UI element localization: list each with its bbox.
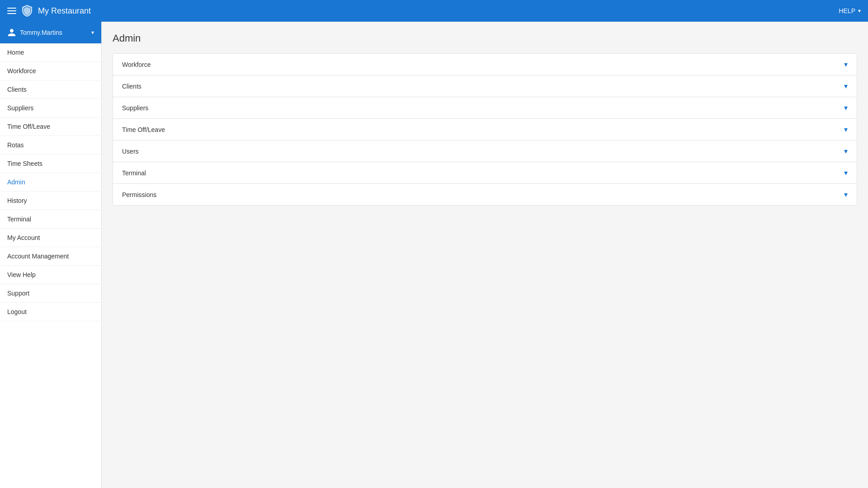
sidebar-user-left: Tommy.Martins	[7, 28, 62, 37]
sidebar-item-workforce[interactable]: Workforce	[0, 62, 101, 80]
accordion-label-time-off-leave: Time Off/Leave	[122, 126, 165, 133]
sidebar-item-history[interactable]: History	[0, 192, 101, 210]
accordion-chevron-workforce-icon: ▾	[844, 60, 848, 69]
layout: Tommy.Martins ▾ HomeWorkforceClientsSupp…	[0, 22, 868, 488]
help-button[interactable]: HELP ▾	[839, 7, 861, 14]
hamburger-menu-button[interactable]	[7, 8, 16, 14]
sidebar-item-logout[interactable]: Logout	[0, 303, 101, 321]
accordion-label-suppliers: Suppliers	[122, 104, 148, 112]
accordion-chevron-clients-icon: ▾	[844, 82, 848, 90]
sidebar-item-terminal[interactable]: Terminal	[0, 210, 101, 229]
sidebar-item-view-help[interactable]: View Help	[0, 266, 101, 284]
accordion-item-permissions[interactable]: Permissions▾	[113, 184, 857, 205]
accordion-chevron-permissions-icon: ▾	[844, 190, 848, 199]
sidebar-item-admin[interactable]: Admin	[0, 173, 101, 192]
main-content: Admin Workforce▾Clients▾Suppliers▾Time O…	[102, 22, 868, 488]
accordion-item-suppliers[interactable]: Suppliers▾	[113, 97, 857, 119]
accordion-chevron-terminal-icon: ▾	[844, 169, 848, 177]
accordion-label-terminal: Terminal	[122, 169, 146, 177]
help-chevron-icon: ▾	[858, 8, 861, 14]
accordion-label-permissions: Permissions	[122, 191, 156, 198]
topbar-left: My Restaurant	[7, 5, 91, 17]
page-title: Admin	[113, 33, 857, 44]
accordion-chevron-users-icon: ▾	[844, 147, 848, 155]
accordion-item-clients[interactable]: Clients▾	[113, 75, 857, 97]
accordion-label-users: Users	[122, 148, 139, 155]
sidebar-item-home[interactable]: Home	[0, 43, 101, 62]
sidebar-item-time-off-leave[interactable]: Time Off/Leave	[0, 117, 101, 136]
sidebar: Tommy.Martins ▾ HomeWorkforceClientsSupp…	[0, 22, 102, 488]
sidebar-username: Tommy.Martins	[20, 29, 62, 36]
brand-logo-icon	[21, 5, 33, 17]
admin-accordion-list: Workforce▾Clients▾Suppliers▾Time Off/Lea…	[113, 53, 857, 206]
accordion-item-workforce[interactable]: Workforce▾	[113, 54, 857, 75]
sidebar-item-clients[interactable]: Clients	[0, 80, 101, 99]
accordion-label-clients: Clients	[122, 83, 142, 90]
sidebar-user-profile[interactable]: Tommy.Martins ▾	[0, 22, 101, 43]
sidebar-user-chevron-icon: ▾	[91, 29, 94, 36]
accordion-item-users[interactable]: Users▾	[113, 141, 857, 162]
sidebar-item-account-management[interactable]: Account Management	[0, 247, 101, 266]
user-avatar-icon	[7, 28, 16, 37]
help-label: HELP	[839, 7, 855, 14]
sidebar-item-support[interactable]: Support	[0, 284, 101, 303]
sidebar-item-my-account[interactable]: My Account	[0, 229, 101, 247]
sidebar-nav: HomeWorkforceClientsSuppliersTime Off/Le…	[0, 43, 101, 488]
sidebar-item-suppliers[interactable]: Suppliers	[0, 99, 101, 117]
topbar: My Restaurant HELP ▾	[0, 0, 868, 22]
sidebar-item-time-sheets[interactable]: Time Sheets	[0, 155, 101, 173]
accordion-chevron-suppliers-icon: ▾	[844, 103, 848, 112]
brand-title: My Restaurant	[38, 6, 91, 16]
accordion-label-workforce: Workforce	[122, 61, 151, 68]
accordion-item-time-off-leave[interactable]: Time Off/Leave▾	[113, 119, 857, 141]
accordion-item-terminal[interactable]: Terminal▾	[113, 162, 857, 184]
sidebar-item-rotas[interactable]: Rotas	[0, 136, 101, 155]
accordion-chevron-time-off-leave-icon: ▾	[844, 125, 848, 134]
